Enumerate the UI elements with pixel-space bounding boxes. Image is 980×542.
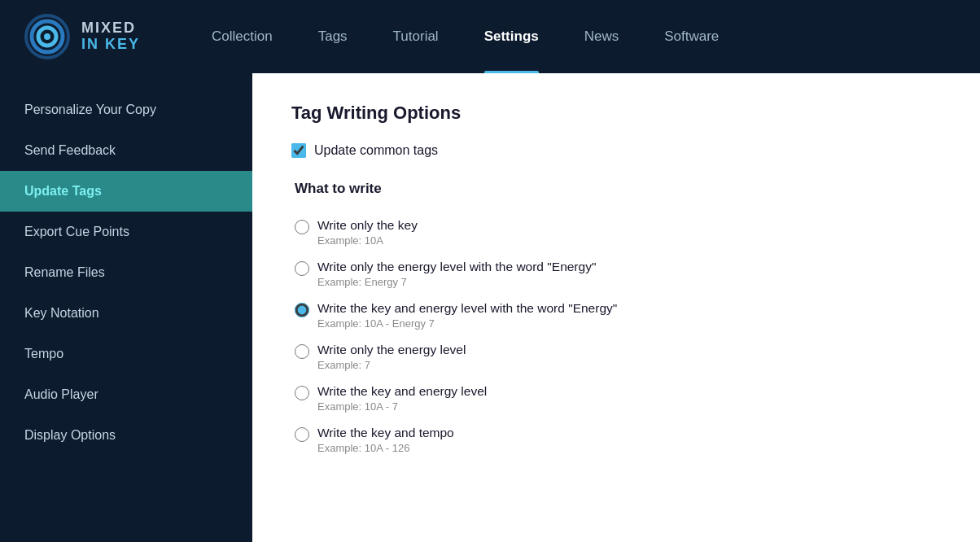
- radio-option-key-energy-word[interactable]: Write the key and energy level with the …: [291, 295, 941, 336]
- radio-key-energy-label: Write the key and energy level: [317, 384, 487, 399]
- radio-key-only-label: Write only the key: [317, 218, 418, 233]
- radio-key-tempo-label: Write the key and tempo: [317, 426, 454, 440]
- nav-settings[interactable]: Settings: [462, 0, 562, 73]
- nav-tags[interactable]: Tags: [295, 0, 370, 73]
- radio-key-energy-word-label: Write the key and energy level with the …: [317, 301, 617, 316]
- radio-option-key-only[interactable]: Write only the key Example: 10A: [291, 212, 941, 253]
- radio-key-only[interactable]: [295, 220, 309, 234]
- logo: MIXED IN KEY: [24, 14, 140, 59]
- sidebar-item-feedback[interactable]: Send Feedback: [0, 130, 252, 171]
- radio-energy-only-text: Write only the energy level Example: 7: [317, 343, 466, 371]
- radio-energy-word-text: Write only the energy level with the wor…: [317, 260, 596, 288]
- radio-key-energy-word-example: Example: 10A - Energy 7: [317, 317, 617, 330]
- section-title: Tag Writing Options: [291, 103, 941, 124]
- content-area: Tag Writing Options Update common tags W…: [252, 73, 980, 542]
- radio-energy-only[interactable]: [295, 344, 309, 359]
- sidebar-item-display-options[interactable]: Display Options: [0, 415, 252, 456]
- radio-option-key-energy[interactable]: Write the key and energy level Example: …: [291, 378, 941, 419]
- radio-key-only-example: Example: 10A: [317, 234, 418, 247]
- update-common-tags-row: Update common tags: [291, 143, 941, 158]
- radio-key-energy-example: Example: 10A - 7: [317, 400, 487, 413]
- update-common-tags-label[interactable]: Update common tags: [314, 143, 438, 158]
- update-common-tags-checkbox[interactable]: [291, 143, 306, 158]
- radio-key-only-text: Write only the key Example: 10A: [317, 218, 418, 247]
- logo-inkey: IN KEY: [81, 37, 140, 53]
- nav-news[interactable]: News: [562, 0, 642, 73]
- radio-energy-only-example: Example: 7: [317, 359, 466, 371]
- main: Personalize Your Copy Send Feedback Upda…: [0, 73, 980, 542]
- nav-tutorial[interactable]: Tutorial: [370, 0, 462, 73]
- radio-option-energy-word[interactable]: Write only the energy level with the wor…: [291, 253, 941, 295]
- nav-collection[interactable]: Collection: [189, 0, 295, 73]
- logo-icon: [24, 14, 70, 59]
- svg-point-3: [44, 33, 50, 40]
- radio-energy-word-example: Example: Energy 7: [317, 276, 596, 288]
- radio-key-energy-text: Write the key and energy level Example: …: [317, 384, 487, 413]
- radio-key-energy-word-text: Write the key and energy level with the …: [317, 301, 617, 330]
- radio-energy-only-label: Write only the energy level: [317, 343, 466, 357]
- sidebar: Personalize Your Copy Send Feedback Upda…: [0, 73, 252, 542]
- radio-key-tempo-example: Example: 10A - 126: [317, 442, 454, 454]
- logo-text: MIXED IN KEY: [81, 20, 140, 53]
- radio-key-energy-word[interactable]: [295, 303, 309, 317]
- main-nav: Collection Tags Tutorial Settings News S…: [189, 0, 956, 73]
- sidebar-item-audio-player[interactable]: Audio Player: [0, 374, 252, 415]
- radio-option-key-tempo[interactable]: Write the key and tempo Example: 10A - 1…: [291, 419, 941, 461]
- radio-energy-word[interactable]: [295, 261, 309, 276]
- radio-key-tempo[interactable]: [295, 427, 309, 442]
- what-to-write-title: What to write: [295, 181, 941, 197]
- sidebar-item-personalize[interactable]: Personalize Your Copy: [0, 90, 252, 130]
- sidebar-item-export-cue[interactable]: Export Cue Points: [0, 212, 252, 252]
- sidebar-item-rename-files[interactable]: Rename Files: [0, 252, 252, 293]
- logo-mixed: MIXED: [81, 20, 140, 37]
- radio-group: Write only the key Example: 10A Write on…: [291, 212, 941, 461]
- sidebar-item-tempo[interactable]: Tempo: [0, 334, 252, 374]
- radio-key-tempo-text: Write the key and tempo Example: 10A - 1…: [317, 426, 454, 454]
- sidebar-item-update-tags[interactable]: Update Tags: [0, 171, 252, 212]
- sidebar-item-key-notation[interactable]: Key Notation: [0, 293, 252, 334]
- nav-software[interactable]: Software: [641, 0, 742, 73]
- radio-option-energy-only[interactable]: Write only the energy level Example: 7: [291, 336, 941, 378]
- header: MIXED IN KEY Collection Tags Tutorial Se…: [0, 0, 980, 73]
- radio-key-energy[interactable]: [295, 386, 309, 400]
- radio-energy-word-label: Write only the energy level with the wor…: [317, 260, 596, 274]
